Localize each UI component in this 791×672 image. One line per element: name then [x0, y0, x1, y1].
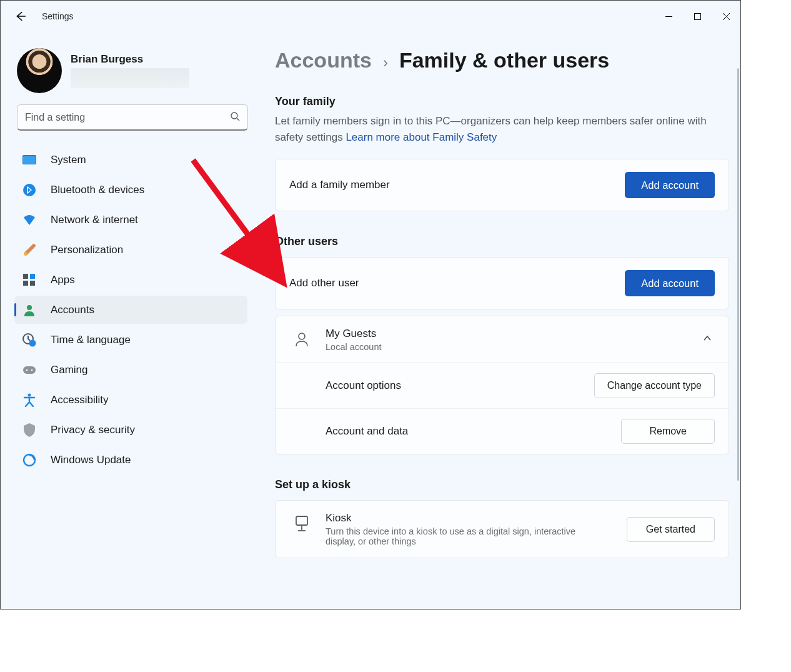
other-user-name: My Guests: [326, 328, 702, 340]
gamepad-icon: [22, 363, 37, 378]
nav-label: Apps: [51, 274, 75, 286]
account-data-row: Account and data Remove: [276, 408, 729, 454]
account-options-row: Account options Change account type: [276, 363, 729, 408]
display-icon: [22, 153, 37, 168]
nav-label: Accounts: [51, 304, 94, 316]
family-section-title: Your family: [275, 95, 729, 108]
svg-rect-12: [23, 281, 28, 286]
avatar: [17, 48, 62, 93]
nav-personalization[interactable]: Personalization: [14, 236, 247, 264]
wifi-icon: [22, 213, 37, 228]
maximize-button[interactable]: [683, 4, 712, 28]
page-title: Family & other users: [399, 48, 609, 73]
apps-icon: [22, 273, 37, 288]
update-icon: [22, 453, 37, 468]
breadcrumb: Accounts › Family & other users: [275, 48, 729, 73]
chevron-right-icon: ›: [383, 54, 388, 71]
kiosk-card: Kiosk Turn this device into a kiosk to u…: [275, 500, 729, 558]
other-users-section-title: Other users: [275, 235, 729, 248]
nav-system[interactable]: System: [14, 146, 247, 174]
nav-network[interactable]: Network & internet: [14, 206, 247, 234]
svg-point-18: [26, 369, 28, 371]
profile[interactable]: Brian Burgess: [14, 43, 247, 104]
nav-label: Windows Update: [51, 454, 131, 466]
nav-label: Personalization: [51, 244, 123, 256]
svg-point-4: [231, 113, 237, 119]
svg-point-19: [31, 369, 33, 371]
family-safety-link[interactable]: Learn more about Family Safety: [346, 131, 497, 143]
svg-rect-17: [23, 366, 36, 374]
other-user-header[interactable]: My Guests Local account: [276, 316, 729, 363]
svg-rect-23: [296, 516, 307, 525]
add-family-account-button[interactable]: Add account: [625, 172, 715, 198]
nav-windows-update[interactable]: Windows Update: [14, 446, 247, 474]
accessibility-icon: [22, 393, 37, 408]
add-other-user-label: Add other user: [289, 277, 625, 289]
search-icon: [230, 111, 240, 124]
nav-apps[interactable]: Apps: [14, 266, 247, 294]
svg-rect-7: [23, 156, 36, 164]
svg-point-22: [299, 333, 305, 339]
add-family-label: Add a family member: [289, 179, 625, 191]
nav-label: Time & language: [51, 334, 131, 346]
search-input[interactable]: Find a setting: [17, 104, 248, 131]
svg-point-14: [27, 305, 32, 310]
svg-rect-11: [30, 274, 35, 279]
window-title: Settings: [42, 11, 74, 21]
add-other-user-card: Add other user Add account: [275, 257, 729, 309]
nav-label: Accessibility: [51, 394, 109, 406]
sidebar: Brian Burgess Find a setting System: [1, 32, 254, 609]
titlebar: Settings: [1, 1, 740, 32]
add-other-user-button[interactable]: Add account: [625, 270, 715, 296]
other-user-type: Local account: [326, 342, 702, 352]
kiosk-section-title: Set up a kiosk: [275, 478, 729, 491]
remove-user-button[interactable]: Remove: [621, 419, 715, 444]
person-icon: [22, 303, 37, 318]
svg-point-16: [29, 339, 36, 346]
profile-email-redacted: [71, 68, 189, 88]
profile-name: Brian Burgess: [71, 53, 189, 66]
window-controls: [654, 4, 740, 28]
breadcrumb-parent[interactable]: Accounts: [275, 48, 372, 73]
clock-globe-icon: [22, 333, 37, 348]
account-options-label: Account options: [326, 379, 594, 392]
close-button[interactable]: [712, 4, 740, 28]
brush-icon: [22, 243, 37, 258]
nav-accessibility[interactable]: Accessibility: [14, 386, 247, 414]
back-button[interactable]: [12, 8, 29, 25]
chevron-up-icon: [702, 333, 715, 346]
bluetooth-icon: [22, 183, 37, 198]
svg-rect-10: [23, 274, 28, 279]
nav-label: Gaming: [51, 364, 88, 376]
account-data-label: Account and data: [326, 425, 621, 438]
kiosk-icon: [289, 516, 314, 532]
shield-icon: [22, 423, 37, 438]
other-user-card: My Guests Local account Account options …: [275, 316, 729, 454]
nav-accounts[interactable]: Accounts: [14, 296, 247, 324]
person-outline-icon: [289, 332, 314, 347]
kiosk-desc: Turn this device into a kiosk to use as …: [326, 526, 588, 546]
svg-point-8: [23, 184, 36, 196]
minimize-button[interactable]: [654, 4, 683, 28]
svg-rect-1: [694, 13, 700, 19]
nav: System Bluetooth & devices Network & int…: [14, 146, 247, 474]
nav-label: Bluetooth & devices: [51, 184, 144, 196]
scrollbar[interactable]: [737, 68, 739, 481]
svg-line-5: [237, 118, 239, 121]
svg-rect-13: [30, 281, 35, 286]
svg-point-9: [24, 252, 27, 256]
main-content: Accounts › Family & other users Your fam…: [254, 32, 740, 609]
nav-label: Privacy & security: [51, 424, 135, 436]
nav-label: Network & internet: [51, 214, 138, 226]
nav-bluetooth[interactable]: Bluetooth & devices: [14, 176, 247, 204]
nav-time-language[interactable]: Time & language: [14, 326, 247, 354]
change-account-type-button[interactable]: Change account type: [594, 373, 715, 398]
add-family-card: Add a family member Add account: [275, 159, 729, 211]
family-section-desc: Let family members sign in to this PC—or…: [275, 113, 729, 145]
settings-window: Settings Brian Burgess: [0, 0, 741, 609]
kiosk-get-started-button[interactable]: Get started: [627, 517, 715, 542]
nav-label: System: [51, 154, 86, 166]
nav-gaming[interactable]: Gaming: [14, 356, 247, 384]
nav-privacy[interactable]: Privacy & security: [14, 416, 247, 444]
svg-point-20: [28, 393, 31, 396]
